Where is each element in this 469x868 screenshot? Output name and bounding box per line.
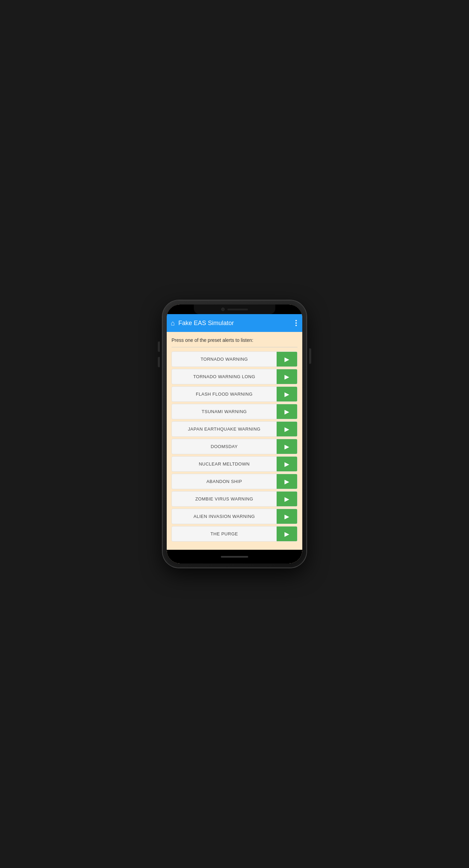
play-button-nuclear-meltdown[interactable]: ▶ [277, 457, 297, 471]
play-icon: ▶ [284, 390, 289, 398]
play-button-the-purge[interactable]: ▶ [277, 526, 297, 541]
alert-name-japan-earthquake: JAPAN EARTHQUAKE WARNING [172, 422, 277, 436]
play-icon: ▶ [284, 530, 289, 538]
menu-dot-2 [295, 322, 297, 324]
menu-dot-3 [295, 325, 297, 326]
nav-bar [167, 550, 302, 563]
alert-name-zombie-virus: ZOMBIE VIRUS WARNING [172, 492, 277, 506]
list-item: ZOMBIE VIRUS WARNING ▶ [172, 491, 297, 507]
play-icon: ▶ [284, 408, 289, 416]
alert-name-the-purge: THE PURGE [172, 526, 277, 541]
menu-button[interactable] [294, 319, 298, 327]
menu-dot-1 [295, 320, 297, 321]
phone-screen: ⌂ Fake EAS Simulator Press one of the pr… [167, 305, 302, 563]
play-icon: ▶ [284, 460, 289, 468]
list-item: FLASH FLOOD WARNING ▶ [172, 386, 297, 402]
play-button-alien-invasion[interactable]: ▶ [277, 509, 297, 524]
play-icon: ▶ [284, 513, 289, 520]
alert-name-alien-invasion: ALIEN INVASION WARNING [172, 509, 277, 524]
volume-up-button[interactable] [158, 342, 160, 352]
play-icon: ▶ [284, 443, 289, 450]
list-item: TSUNAMI WARNING ▶ [172, 404, 297, 419]
main-content: Press one of the preset alerts to listen… [167, 332, 302, 550]
alert-name-abandon-ship: ABANDON SHIP [172, 474, 277, 489]
phone-frame: ⌂ Fake EAS Simulator Press one of the pr… [163, 300, 306, 568]
play-button-japan-earthquake[interactable]: ▶ [277, 422, 297, 436]
alert-name-doomsday: DOOMSDAY [172, 439, 277, 454]
play-icon: ▶ [284, 478, 289, 485]
speaker-icon [227, 309, 248, 310]
play-button-flash-flood[interactable]: ▶ [277, 387, 297, 401]
play-button-doomsday[interactable]: ▶ [277, 439, 297, 454]
list-item: ABANDON SHIP ▶ [172, 474, 297, 489]
list-item: DOOMSDAY ▶ [172, 439, 297, 454]
list-item: JAPAN EARTHQUAKE WARNING ▶ [172, 421, 297, 437]
play-button-abandon-ship[interactable]: ▶ [277, 474, 297, 489]
alert-name-tornado-warning: TORNADO WARNING [172, 352, 277, 367]
phone-notch [194, 305, 275, 314]
play-icon: ▶ [284, 356, 289, 363]
play-button-tornado-warning[interactable]: ▶ [277, 352, 297, 367]
alert-name-tsunami: TSUNAMI WARNING [172, 404, 277, 419]
volume-down-button[interactable] [158, 357, 160, 367]
preset-instructions: Press one of the preset alerts to listen… [172, 337, 297, 343]
app-bar: ⌂ Fake EAS Simulator [167, 314, 302, 332]
app-title: Fake EAS Simulator [178, 320, 291, 327]
home-icon[interactable]: ⌂ [171, 319, 175, 327]
alert-list: TORNADO WARNING ▶ TORNADO WARNING LONG ▶… [172, 351, 297, 542]
play-button-tsunami[interactable]: ▶ [277, 404, 297, 419]
alert-name-nuclear-meltdown: NUCLEAR MELTDOWN [172, 457, 277, 471]
screen-content: ⌂ Fake EAS Simulator Press one of the pr… [167, 305, 302, 563]
alert-name-flash-flood: FLASH FLOOD WARNING [172, 387, 277, 401]
list-item: ALIEN INVASION WARNING ▶ [172, 509, 297, 524]
list-item: NUCLEAR MELTDOWN ▶ [172, 456, 297, 472]
list-item: TORNADO WARNING LONG ▶ [172, 369, 297, 384]
divider [172, 347, 297, 347]
alert-name-tornado-warning-long: TORNADO WARNING LONG [172, 369, 277, 384]
play-icon: ▶ [284, 373, 289, 381]
play-button-zombie-virus[interactable]: ▶ [277, 492, 297, 506]
play-icon: ▶ [284, 425, 289, 433]
list-item: TORNADO WARNING ▶ [172, 351, 297, 367]
camera-icon [221, 308, 225, 311]
power-button[interactable] [309, 348, 311, 364]
footer-text: Have more preset suggestions? Submit the… [172, 546, 297, 550]
play-icon: ▶ [284, 495, 289, 503]
list-item: THE PURGE ▶ [172, 526, 297, 542]
play-button-tornado-warning-long[interactable]: ▶ [277, 369, 297, 384]
nav-home-indicator[interactable] [221, 556, 248, 558]
